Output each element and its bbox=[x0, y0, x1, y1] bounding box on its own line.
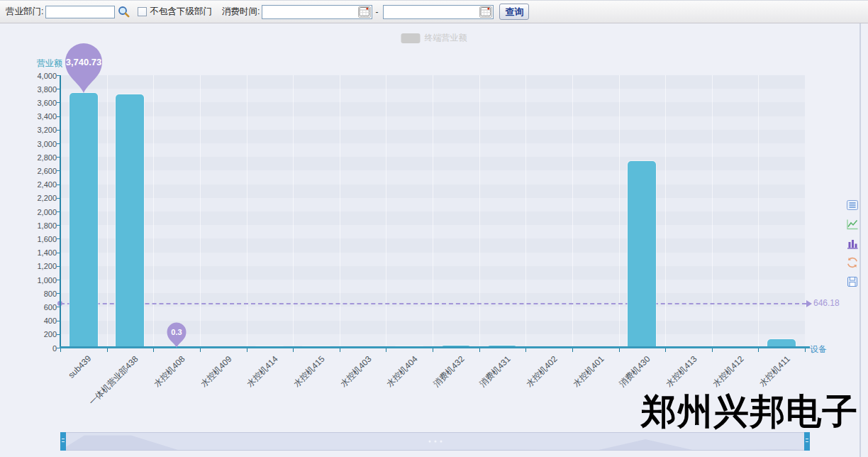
y-axis-tick-label: 2,000 bbox=[37, 208, 57, 216]
x-axis-tick bbox=[200, 348, 201, 352]
min-value-marker-pin: 0.3 bbox=[165, 321, 188, 348]
bar-一体机营业部438[interactable] bbox=[116, 94, 144, 348]
date-from-wrap bbox=[262, 5, 372, 19]
app-window: 营业部门: 不包含下级部门 消费时间: - bbox=[0, 0, 868, 457]
max-value-marker-pin: 3,740.73 bbox=[62, 41, 106, 94]
grid-vertical-line bbox=[293, 75, 294, 348]
calendar-icon bbox=[359, 6, 370, 17]
y-axis-tick-label: 600 bbox=[44, 303, 57, 312]
grid-vertical-line bbox=[572, 75, 573, 348]
date-range-separator: - bbox=[375, 7, 378, 17]
grid-vertical-line bbox=[525, 75, 526, 348]
y-axis-tick-label: 1,800 bbox=[37, 221, 57, 230]
consume-time-label: 消费时间: bbox=[222, 6, 260, 18]
grid-vertical-line bbox=[479, 75, 480, 348]
bar-sub439[interactable] bbox=[69, 93, 98, 348]
grid-vertical-line bbox=[712, 75, 713, 348]
y-axis-tick-label: 3,200 bbox=[37, 126, 57, 134]
datazoom-slider-track[interactable] bbox=[60, 432, 810, 451]
grid-vertical-line bbox=[340, 75, 340, 348]
y-axis-tick-label: 3,600 bbox=[37, 99, 57, 107]
y-axis-tick-label: 3,400 bbox=[37, 112, 57, 121]
line-chart-icon[interactable] bbox=[845, 217, 859, 231]
x-axis-tick bbox=[293, 348, 294, 352]
svg-text:0.3: 0.3 bbox=[171, 328, 182, 336]
average-line bbox=[60, 303, 806, 304]
search-button[interactable]: 查询 bbox=[499, 4, 529, 20]
save-image-icon[interactable] bbox=[845, 275, 859, 289]
y-axis-tick-label: 1,000 bbox=[37, 276, 57, 285]
y-axis-tick-label: 1,200 bbox=[37, 262, 57, 270]
x-axis-tick bbox=[665, 348, 666, 352]
y-axis-line bbox=[60, 75, 61, 348]
average-line-label: 646.18 bbox=[813, 298, 840, 308]
y-axis-tick-label: 2,600 bbox=[37, 167, 57, 175]
y-axis-tick-label: 800 bbox=[44, 290, 57, 298]
y-axis-tick-label: 2,400 bbox=[37, 180, 57, 189]
bar-消费机430[interactable] bbox=[628, 161, 656, 348]
date-from-calendar-button[interactable] bbox=[358, 6, 371, 18]
date-to-calendar-button[interactable] bbox=[479, 6, 492, 18]
grid-vertical-line bbox=[247, 75, 247, 348]
grid-vertical-line bbox=[433, 75, 433, 348]
x-axis-category-label: 水控机409 bbox=[198, 353, 235, 390]
restore-icon[interactable] bbox=[845, 255, 859, 270]
x-axis-category-label: 水控机412 bbox=[710, 353, 747, 390]
exclude-sub-dept-checkbox[interactable] bbox=[138, 7, 147, 16]
x-axis-category-label: 水控机404 bbox=[384, 353, 421, 390]
svg-text:3,740.73: 3,740.73 bbox=[66, 57, 102, 67]
x-axis-tick bbox=[525, 348, 526, 352]
grid-vertical-line bbox=[107, 75, 108, 348]
x-axis-category-label: 消费机430 bbox=[617, 353, 654, 390]
y-axis-tick-label: 1,600 bbox=[37, 235, 57, 243]
x-axis-category-label: 水控机414 bbox=[245, 353, 282, 390]
datazoom-right-handle[interactable] bbox=[804, 432, 810, 451]
date-to-input[interactable] bbox=[384, 6, 479, 19]
grid-vertical-line bbox=[619, 75, 620, 348]
y-axis-tick-label: 4,000 bbox=[37, 72, 57, 80]
datazoom-left-handle[interactable] bbox=[60, 432, 66, 451]
grid-vertical-line bbox=[386, 75, 386, 348]
grid-vertical-line bbox=[200, 75, 201, 348]
x-axis-tick bbox=[805, 348, 806, 352]
y-axis-title: 营业额 bbox=[37, 57, 62, 70]
x-axis-tick bbox=[153, 348, 154, 352]
x-axis-tick bbox=[619, 348, 620, 352]
x-axis-tick bbox=[60, 348, 61, 352]
data-view-icon[interactable] bbox=[845, 198, 859, 212]
y-axis-tick-label: 2,800 bbox=[37, 153, 57, 162]
panel-right-divider bbox=[859, 23, 861, 457]
y-axis-tick-label: 400 bbox=[44, 316, 57, 325]
legend-item-terminal-revenue[interactable]: 终端营业额 bbox=[401, 32, 467, 44]
bar-chart-icon[interactable] bbox=[845, 236, 859, 250]
calendar-icon bbox=[480, 6, 491, 17]
exclude-sub-dept-label: 不包含下级部门 bbox=[150, 6, 212, 18]
date-from-input[interactable] bbox=[262, 6, 357, 19]
x-axis-tick bbox=[433, 348, 433, 352]
legend-label: 终端营业额 bbox=[425, 32, 467, 44]
y-axis-tick-label: 3,800 bbox=[37, 85, 57, 94]
x-axis-category-label: 水控机408 bbox=[151, 353, 188, 390]
y-axis-tick-label: 200 bbox=[44, 330, 57, 338]
legend-swatch bbox=[401, 33, 421, 43]
query-toolbar: 营业部门: 不包含下级部门 消费时间: - bbox=[0, 1, 868, 23]
x-axis-tick bbox=[386, 348, 386, 352]
grid-vertical-line bbox=[758, 75, 759, 348]
y-axis-tick-label: 3,000 bbox=[37, 140, 57, 148]
x-axis-category-label: 水控机402 bbox=[523, 353, 560, 390]
vendor-watermark: 郑州兴邦电子 bbox=[641, 392, 858, 433]
dept-input[interactable] bbox=[45, 6, 115, 18]
x-axis-title: 设备 bbox=[810, 343, 827, 356]
x-axis-tick bbox=[479, 348, 480, 352]
search-lookup-icon[interactable] bbox=[117, 5, 130, 18]
x-axis-tick bbox=[340, 348, 340, 352]
x-axis-tick bbox=[247, 348, 247, 352]
date-to-wrap bbox=[383, 5, 494, 19]
x-axis-category-label: 一体机营业部438 bbox=[87, 353, 141, 408]
y-axis-tick-label: 2,200 bbox=[37, 194, 57, 202]
chart-toolbox bbox=[845, 198, 859, 289]
x-axis-category-label: 水控机403 bbox=[338, 353, 374, 390]
x-axis-category-label: 消费机431 bbox=[477, 353, 514, 390]
datazoom-grip-dots-icon[interactable] bbox=[428, 441, 442, 443]
dept-label: 营业部门: bbox=[6, 6, 43, 18]
